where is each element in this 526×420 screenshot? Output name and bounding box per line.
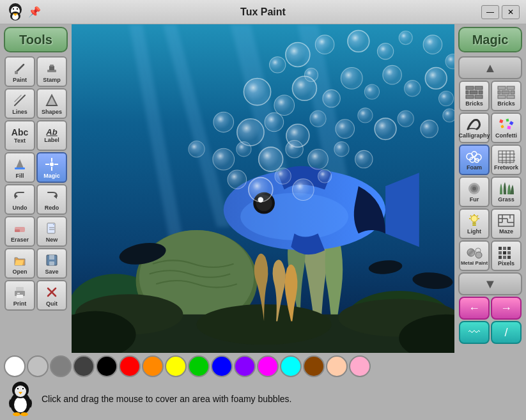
fill-button[interactable]: Fill	[4, 152, 35, 183]
svg-point-103	[318, 169, 332, 183]
tools-header: Tools	[4, 27, 68, 52]
stamp-button[interactable]: Stamp	[36, 56, 67, 87]
shapes-icon	[44, 93, 59, 108]
svg-rect-120	[511, 91, 514, 94]
svg-rect-38	[17, 293, 20, 294]
undo-icon	[12, 189, 27, 204]
bricks2-icon	[497, 86, 515, 100]
text-button[interactable]: Abc Text	[4, 120, 35, 151]
magic-row-metal: Metal Paint Pixels	[459, 240, 522, 271]
svg-rect-151	[507, 247, 511, 250]
tool-row-6: Eraser New	[4, 216, 67, 247]
color-swatch-white[interactable]	[4, 355, 26, 377]
color-swatch-red[interactable]	[119, 355, 141, 377]
print-button[interactable]: Print	[4, 280, 35, 311]
svg-point-82	[265, 113, 284, 132]
color-swatch-green[interactable]	[188, 355, 210, 377]
color-swatch-magenta[interactable]	[257, 355, 279, 377]
svg-rect-110	[475, 86, 483, 89]
color-swatch-pink[interactable]	[349, 355, 371, 377]
color-swatch-purple[interactable]	[234, 355, 256, 377]
svg-point-101	[275, 168, 291, 184]
magic-row-foam: Foam Fretwork	[459, 144, 522, 175]
color-swatch-dark-gray[interactable]	[73, 355, 95, 377]
paint-button[interactable]: Paint	[4, 56, 35, 87]
color-swatch-orange[interactable]	[142, 355, 164, 377]
svg-point-65	[377, 43, 393, 59]
svg-rect-155	[499, 256, 502, 259]
svg-point-81	[237, 119, 264, 146]
magic-light-button[interactable]: Light	[459, 208, 490, 239]
magic-confetti-button[interactable]: Confetti	[491, 113, 522, 143]
svg-point-93	[236, 142, 251, 157]
svg-rect-149	[499, 247, 502, 250]
quit-button[interactable]: Quit	[36, 280, 67, 311]
save-button[interactable]: Save	[36, 248, 67, 279]
magic-right-arrow-button[interactable]: →	[491, 297, 522, 320]
color-swatch-silver[interactable]	[27, 355, 49, 377]
quit-icon	[44, 284, 59, 300]
magic-bricks1-button[interactable]: Bricks	[459, 81, 490, 111]
svg-point-164	[17, 388, 19, 389]
svg-rect-12	[49, 66, 54, 70]
minimize-button[interactable]: —	[481, 5, 499, 19]
calligraphy-icon	[465, 118, 483, 132]
color-swatch-blue[interactable]	[211, 355, 233, 377]
close-button[interactable]: ✕	[502, 5, 520, 19]
magic-tool-button[interactable]: Magic	[36, 152, 67, 183]
tool-row-5: Undo Redo	[4, 184, 67, 215]
canvas-area[interactable]	[72, 24, 454, 353]
color-swatch-cyan[interactable]	[280, 355, 302, 377]
svg-rect-115	[475, 95, 483, 98]
magic-pixels-button[interactable]: Pixels	[491, 240, 522, 271]
svg-point-71	[274, 95, 295, 116]
magic-grass-button[interactable]: Grass	[491, 176, 522, 207]
svg-point-23	[50, 162, 54, 166]
magic-left-arrow-button[interactable]: ←	[459, 297, 490, 320]
magic-wave-button[interactable]: 〰	[459, 321, 490, 344]
tool-row-1: Paint Stamp	[4, 56, 67, 87]
svg-rect-157	[507, 256, 511, 259]
right-toolbar: Magic ▲ Bricks	[454, 24, 526, 353]
new-button[interactable]: New	[36, 216, 67, 247]
magic-foam-button[interactable]: Foam	[459, 144, 490, 175]
magic-slash-button[interactable]: /	[491, 321, 522, 344]
fretwork-icon	[497, 150, 515, 164]
svg-point-86	[358, 108, 373, 123]
magic-calligraphy-button[interactable]: Calligraphy	[459, 113, 490, 143]
svg-rect-152	[499, 251, 502, 254]
color-swatch-yellow[interactable]	[165, 355, 187, 377]
svg-rect-113	[479, 91, 483, 94]
save-icon	[44, 253, 59, 268]
magic-fretwork-button[interactable]: Fretwork	[491, 144, 522, 175]
redo-button[interactable]: Redo	[36, 184, 67, 215]
svg-marker-17	[47, 95, 57, 105]
svg-point-98	[355, 150, 373, 167]
magic-fur-button[interactable]: Fur	[459, 176, 490, 207]
shapes-button[interactable]: Shapes	[36, 88, 67, 119]
lines-button[interactable]: Lines	[4, 88, 35, 119]
open-button[interactable]: Open	[4, 248, 35, 279]
grass-icon	[497, 182, 515, 196]
eraser-button[interactable]: Eraser	[4, 216, 35, 247]
svg-point-77	[405, 81, 421, 97]
color-swatch-brown[interactable]	[303, 355, 325, 377]
svg-point-100	[249, 178, 273, 202]
label-button[interactable]: Ab Label	[36, 120, 67, 151]
color-swatch-gray[interactable]	[50, 355, 72, 377]
tool-row-8: Print Quit	[4, 280, 67, 311]
tool-row-2: Lines Shapes	[4, 88, 67, 119]
magic-scroll-up[interactable]: ▲	[458, 56, 522, 79]
magic-scroll-down[interactable]: ▼	[458, 272, 522, 295]
magic-metal-paint-button[interactable]: Metal Paint	[459, 240, 490, 271]
color-swatch-black[interactable]	[96, 355, 118, 377]
app-title: Tux Paint	[240, 6, 286, 18]
magic-maze-button[interactable]: Maze	[491, 208, 522, 239]
svg-rect-109	[466, 86, 474, 89]
svg-point-79	[438, 91, 453, 105]
magic-action-row-2: 〰 /	[459, 321, 522, 344]
main-layout: Tools Paint Stamp	[0, 24, 526, 420]
color-swatch-peach[interactable]	[326, 355, 348, 377]
magic-bricks2-button[interactable]: Bricks	[491, 81, 522, 111]
undo-button[interactable]: Undo	[4, 184, 35, 215]
